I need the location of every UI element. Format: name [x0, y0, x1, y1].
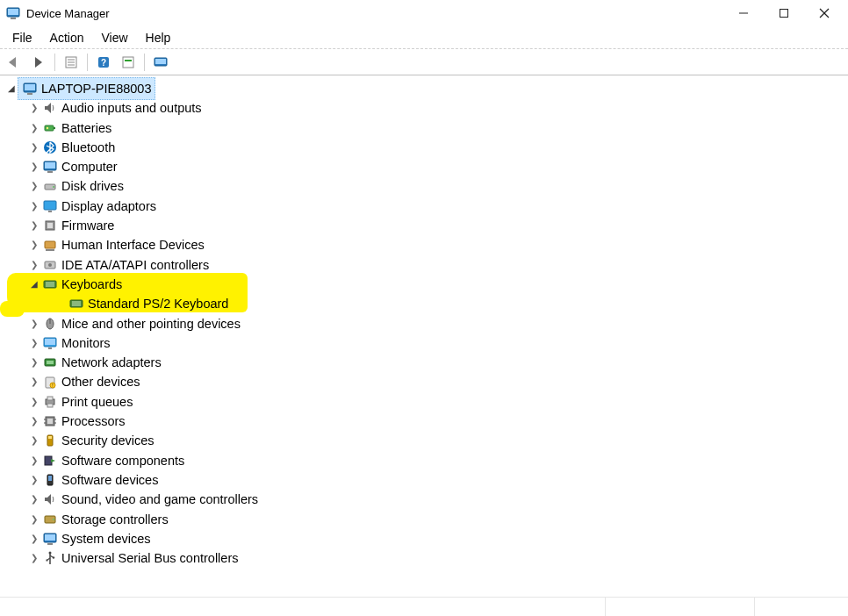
tree-category-label: Print queues [61, 392, 133, 412]
tree-category-label: Computer [61, 157, 118, 176]
caret-closed-icon[interactable]: ❯ [28, 161, 40, 173]
window-title: Device Manager [26, 7, 110, 20]
tree-category[interactable]: ❯System devices [4, 529, 848, 548]
tree-category[interactable]: ❯Monitors [4, 333, 848, 353]
tree-category[interactable]: ❯Audio inputs and outputs [4, 98, 848, 118]
computer-icon [42, 159, 58, 175]
tree-category[interactable]: ❯Software devices [4, 470, 848, 490]
cpu-icon [42, 413, 58, 429]
tree-category[interactable]: ❯Bluetooth [4, 138, 848, 157]
tree-category-label: IDE ATA/ATAPI controllers [61, 255, 209, 275]
tree-category[interactable]: ❯Batteries [4, 118, 848, 138]
menubar: File Action View Help [0, 26, 848, 49]
caret-closed-icon[interactable]: ❯ [28, 455, 40, 467]
tree-category[interactable]: ❯Human Interface Devices [4, 235, 848, 254]
caret-closed-icon[interactable]: ❯ [28, 493, 40, 505]
caret-closed-icon[interactable]: ❯ [28, 219, 40, 232]
caret-closed-icon[interactable]: ❯ [28, 396, 40, 408]
tree-category-label: Software components [61, 451, 184, 470]
tree-category[interactable]: ❯Print queues [4, 392, 848, 412]
caret-open-icon[interactable]: ◢ [28, 278, 40, 290]
swcomp-icon [42, 453, 58, 469]
caret-closed-icon[interactable]: ❯ [28, 259, 40, 271]
tree-category[interactable]: ❯Processors [4, 412, 848, 431]
menu-view[interactable]: View [92, 29, 136, 47]
caret-closed-icon[interactable]: ❯ [28, 513, 40, 526]
tree-category[interactable]: ❯Other devices [4, 372, 848, 391]
hid-icon [42, 238, 58, 254]
device-tree[interactable]: ◢LAPTOP-PIE88003❯Audio inputs and output… [0, 75, 848, 597]
status-pane [0, 598, 606, 616]
tree-device[interactable]: Standard PS/2 Keyboard [4, 294, 848, 313]
menu-action[interactable]: Action [41, 29, 93, 47]
tree-category-label: Keyboards [61, 275, 122, 294]
tree-category[interactable]: ❯Display adaptors [4, 197, 848, 216]
speaker-icon [42, 100, 58, 116]
tree-category[interactable]: ❯Storage controllers [4, 510, 848, 529]
titlebar: Device Manager [0, 0, 848, 26]
caret-closed-icon[interactable]: ❯ [28, 122, 40, 134]
tree-root-label: LAPTOP-PIE88003 [41, 79, 151, 98]
tree-category[interactable]: ❯Firmware [4, 216, 848, 235]
tree-category[interactable]: ❯Mice and other pointing devices [4, 314, 848, 333]
tree-category-label: Sound, video and game controllers [61, 490, 258, 509]
caret-closed-icon[interactable]: ❯ [28, 141, 40, 154]
display-icon [42, 198, 58, 214]
tree-category[interactable]: ❯Software components [4, 451, 848, 470]
caret-closed-icon[interactable]: ❯ [28, 337, 40, 349]
tree-category[interactable]: ❯Disk drives [4, 176, 848, 196]
app-icon [5, 5, 21, 21]
caret-closed-icon[interactable]: ❯ [28, 474, 40, 486]
tree-category[interactable]: ❯Universal Serial Bus controllers [4, 548, 848, 568]
remote-computer-button[interactable] [150, 52, 171, 73]
caret-closed-icon[interactable]: ❯ [28, 240, 40, 252]
maximize-button[interactable] [764, 0, 804, 26]
back-button[interactable] [4, 52, 25, 73]
tree-category-label: System devices [61, 529, 151, 548]
tree-category[interactable]: ◢Keyboards [4, 275, 848, 294]
tree-category[interactable]: ❯IDE ATA/ATAPI controllers [4, 255, 848, 275]
tree-category[interactable]: ❯Security devices [4, 431, 848, 450]
tree-category[interactable]: ❯Sound, video and game controllers [4, 490, 848, 509]
tree-category-label: Human Interface Devices [61, 235, 205, 254]
forward-button[interactable] [28, 52, 49, 73]
tree-category[interactable]: ❯Computer [4, 157, 848, 176]
properties-button[interactable] [61, 52, 82, 73]
menu-help[interactable]: Help [137, 29, 180, 47]
status-pane [606, 598, 755, 616]
system-icon [42, 531, 58, 547]
status-pane [755, 598, 848, 616]
caret-closed-icon[interactable]: ❯ [28, 181, 40, 193]
tree-category[interactable]: ❯Network adapters [4, 353, 848, 372]
caret-closed-icon[interactable]: ❯ [28, 533, 40, 545]
computer-icon [22, 81, 38, 97]
caret-open-icon[interactable]: ◢ [5, 82, 18, 95]
menu-file[interactable]: File [4, 29, 41, 47]
tree-category-label: Disk drives [61, 176, 124, 196]
monitor-icon [42, 335, 58, 351]
close-button[interactable] [804, 0, 844, 26]
disk-icon [42, 179, 58, 195]
tree-category-label: Software devices [61, 470, 158, 490]
scan-hardware-button[interactable] [118, 52, 139, 73]
caret-closed-icon[interactable]: ❯ [28, 434, 40, 447]
tree-category-label: Display adaptors [61, 197, 156, 216]
caret-closed-icon[interactable]: ❯ [28, 415, 40, 427]
usb-icon [42, 550, 58, 566]
tree-category-label: Storage controllers [61, 510, 169, 529]
caret-closed-icon[interactable]: ❯ [28, 318, 40, 330]
statusbar [0, 597, 848, 616]
minimize-button[interactable] [723, 0, 764, 26]
toolbar-separator [144, 54, 145, 71]
caret-closed-icon[interactable]: ❯ [28, 376, 40, 389]
caret-closed-icon[interactable]: ❯ [28, 200, 40, 212]
caret-closed-icon[interactable]: ❯ [28, 102, 40, 114]
mouse-icon [42, 316, 58, 332]
battery-icon [42, 120, 58, 136]
tree-category-label: Bluetooth [61, 138, 115, 157]
tree-root[interactable]: ◢LAPTOP-PIE88003 [4, 79, 848, 98]
caret-closed-icon[interactable]: ❯ [28, 356, 40, 369]
firmware-icon [42, 218, 58, 233]
caret-closed-icon[interactable]: ❯ [28, 552, 40, 564]
help-button[interactable] [93, 52, 114, 73]
